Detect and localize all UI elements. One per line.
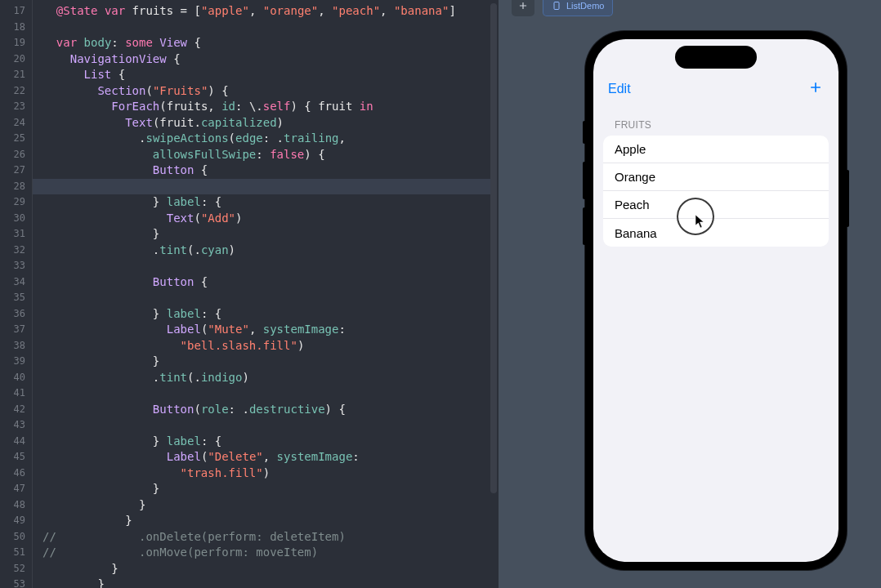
dynamic-island: [675, 46, 757, 69]
code-line[interactable]: }: [33, 226, 490, 243]
device-screen[interactable]: Edit FRUITS AppleOrangePeachBanana: [593, 39, 839, 562]
code-line[interactable]: // .onMove(perform: moveItem): [33, 545, 490, 561]
line-number: 39: [0, 354, 32, 370]
line-number: 34: [0, 274, 32, 291]
code-line[interactable]: }: [33, 577, 490, 588]
line-number: 51: [0, 545, 32, 561]
line-number: 28: [0, 179, 32, 195]
phone-silent-switch: [583, 121, 586, 144]
line-number: 30: [0, 211, 32, 227]
code-editor-pane[interactable]: 1718192021222324252627282930313233343536…: [0, 0, 499, 588]
code-line[interactable]: }: [33, 513, 490, 529]
list-container: FRUITS AppleOrangePeachBanana: [603, 114, 829, 247]
code-line[interactable]: @State var fruits = ["apple", "orange", …: [33, 3, 490, 20]
list-item-label: Banana: [615, 226, 657, 240]
list-group: AppleOrangePeachBanana: [603, 136, 829, 247]
device-selector-chip[interactable]: ListDemo: [543, 0, 613, 16]
line-number: 19: [0, 35, 32, 51]
line-number: 31: [0, 226, 32, 243]
code-line[interactable]: Label("Delete", systemImage:: [33, 449, 490, 466]
code-line[interactable]: List {: [33, 67, 490, 83]
code-line[interactable]: ForEach(fruits, id: \.self) { fruit in: [33, 99, 490, 115]
code-line[interactable]: }: [33, 354, 490, 370]
code-line[interactable]: } label: {: [33, 306, 490, 323]
code-line[interactable]: .tint(.indigo): [33, 370, 490, 386]
line-number: 52: [0, 561, 32, 577]
code-line[interactable]: Text("Add"): [33, 211, 490, 227]
list-item-label: Peach: [615, 198, 650, 212]
code-line[interactable]: // .onDelete(perform: deleteItem): [33, 529, 490, 546]
svg-rect-0: [554, 2, 559, 10]
code-area[interactable]: @State var fruits = ["apple", "orange", …: [33, 0, 490, 588]
line-number: 36: [0, 306, 32, 323]
code-line[interactable]: allowsFullSwipe: false) {: [33, 147, 490, 163]
line-number-gutter: 1718192021222324252627282930313233343536…: [0, 0, 33, 588]
editor-scrollbar[interactable]: [490, 3, 497, 493]
code-line[interactable]: }: [33, 481, 490, 497]
line-number: 17: [0, 3, 32, 20]
code-line[interactable]: [33, 179, 490, 195]
plus-icon: [517, 0, 529, 11]
line-number: 32: [0, 243, 32, 259]
code-line[interactable]: "trash.fill"): [33, 466, 490, 482]
code-line[interactable]: Button(role: .destructive) {: [33, 402, 490, 418]
code-line[interactable]: Button {: [33, 274, 490, 291]
list-item[interactable]: Peach: [603, 191, 829, 219]
code-line[interactable]: }: [33, 497, 490, 514]
add-button[interactable]: [807, 79, 824, 99]
line-number: 29: [0, 194, 32, 211]
code-line[interactable]: Text(fruit.capitalized): [33, 115, 490, 131]
line-number: 42: [0, 402, 32, 418]
line-number: 38: [0, 338, 32, 354]
code-line[interactable]: }: [33, 561, 490, 577]
line-number: 45: [0, 449, 32, 466]
plus-icon: [807, 79, 824, 96]
line-number: 46: [0, 466, 32, 482]
list-item[interactable]: Banana: [603, 219, 829, 247]
line-number: 25: [0, 131, 32, 147]
code-line[interactable]: [33, 20, 490, 36]
line-number: 40: [0, 370, 32, 386]
edit-button[interactable]: Edit: [608, 82, 631, 96]
code-line[interactable]: var body: some View {: [33, 35, 490, 51]
list-item[interactable]: Apple: [603, 136, 829, 163]
line-number: 44: [0, 434, 32, 450]
device-icon: [552, 1, 561, 11]
preview-toolbar: ListDemo: [512, 0, 613, 16]
code-line[interactable]: NavigationView {: [33, 51, 490, 68]
phone-power-button: [846, 170, 849, 227]
line-number: 23: [0, 99, 32, 115]
line-number: 33: [0, 258, 32, 274]
line-number: 24: [0, 115, 32, 131]
line-number: 53: [0, 577, 32, 588]
code-line[interactable]: } label: {: [33, 434, 490, 450]
navigation-bar: Edit: [593, 75, 839, 103]
code-line[interactable]: "bell.slash.fill"): [33, 338, 490, 354]
line-number: 49: [0, 513, 32, 529]
phone-volume-up: [583, 162, 586, 199]
code-line[interactable]: Button {: [33, 163, 490, 179]
code-line[interactable]: .tint(.cyan): [33, 243, 490, 259]
code-line[interactable]: Section("Fruits") {: [33, 83, 490, 100]
add-preview-button[interactable]: [512, 0, 534, 16]
line-number: 47: [0, 481, 32, 497]
code-line[interactable]: } label: {: [33, 194, 490, 211]
section-header: FRUITS: [603, 114, 829, 136]
code-line[interactable]: [33, 290, 490, 306]
line-number: 48: [0, 497, 32, 514]
line-number: 27: [0, 163, 32, 179]
cursor-icon: [695, 214, 706, 231]
code-line[interactable]: [33, 417, 490, 434]
code-line[interactable]: .swipeActions(edge: .trailing,: [33, 131, 490, 147]
code-line[interactable]: [33, 385, 490, 402]
preview-canvas[interactable]: ListDemo Edit FRUITS AppleOrangePeachBan…: [499, 0, 881, 588]
line-number: 37: [0, 322, 32, 338]
line-number: 18: [0, 20, 32, 36]
line-number: 20: [0, 51, 32, 68]
list-item[interactable]: Orange: [603, 163, 829, 191]
code-line[interactable]: [33, 258, 490, 274]
code-line[interactable]: Label("Mute", systemImage:: [33, 322, 490, 338]
line-number: 21: [0, 67, 32, 83]
list-item-label: Orange: [615, 170, 655, 184]
list-item-label: Apple: [615, 142, 646, 156]
